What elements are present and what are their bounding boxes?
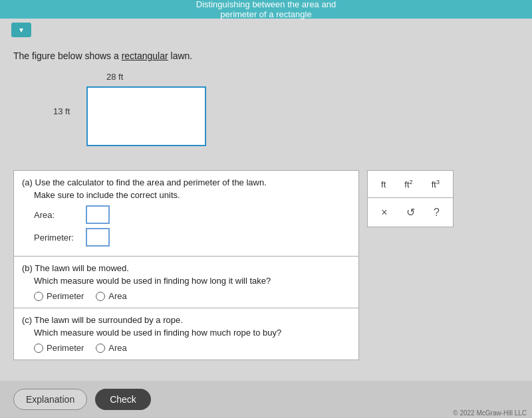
question-c-sub: Which measure would be used in finding h… (34, 328, 350, 338)
questions-panel: (a) Use the calculator to find the area … (13, 170, 519, 360)
c-area-label: Area (108, 343, 126, 353)
intro-text: The figure below shows a (13, 51, 122, 61)
problem-statement: The figure below shows a rectangular law… (13, 51, 519, 61)
units-top-row: ft ft2 ft3 (368, 171, 453, 198)
units-bottom-row: × ↺ ? (368, 198, 453, 227)
ft-button[interactable]: ft (378, 178, 388, 191)
area-input[interactable] (86, 205, 110, 224)
c-perimeter-radio[interactable] (34, 344, 43, 353)
b-area-label: Area (108, 291, 126, 301)
perimeter-label: Perimeter: (34, 233, 80, 243)
bottom-bar: Explanation Check (0, 381, 532, 418)
area-input-row: Area: (34, 205, 350, 224)
question-b-title: (b) The lawn will be mowed. (22, 263, 350, 273)
ft2-label: ft2 (404, 179, 412, 189)
check-button[interactable]: Check (95, 389, 151, 410)
question-a-sub: Make sure to include the correct units. (34, 190, 350, 200)
chevron-down-button[interactable]: ▾ (11, 23, 31, 37)
diagram: 28 ft 13 ft (53, 72, 253, 158)
c-area-radio[interactable] (96, 344, 105, 353)
c-perimeter-label: Perimeter (47, 343, 84, 353)
explanation-button[interactable]: Explanation (13, 389, 87, 410)
area-label: Area: (34, 210, 80, 220)
undo-button[interactable]: ↺ (402, 205, 419, 220)
copyright-text: © 2022 McGraw-Hill LLC (453, 409, 527, 417)
perimeter-input-row: Perimeter: (34, 228, 350, 247)
keyword-text: rectangular (122, 51, 168, 61)
b-area-option[interactable]: Area (96, 291, 126, 301)
question-c-options: Perimeter Area (34, 343, 350, 353)
b-perimeter-radio[interactable] (34, 292, 43, 301)
intro-end-text: lawn. (168, 51, 193, 61)
questions-box: (a) Use the calculator to find the area … (13, 170, 359, 360)
units-panel: ft ft2 ft3 × ↺ ? (367, 170, 454, 227)
ft3-button[interactable]: ft3 (429, 177, 442, 191)
height-label: 13 ft (53, 106, 70, 116)
question-c-title: (c) The lawn will be surrounded by a rop… (22, 315, 350, 325)
perimeter-input[interactable] (86, 228, 110, 247)
b-area-radio[interactable] (96, 292, 105, 301)
b-perimeter-option[interactable]: Perimeter (34, 291, 84, 301)
question-c-section: (c) The lawn will be surrounded by a rop… (14, 308, 358, 360)
chevron-down-icon: ▾ (19, 25, 23, 35)
width-label: 28 ft (106, 72, 123, 82)
main-content: The figure below shows a rectangular law… (0, 41, 532, 369)
page-title: Distinguishing between the area and peri… (180, 0, 352, 19)
c-area-option[interactable]: Area (96, 343, 126, 353)
question-b-options: Perimeter Area (34, 291, 350, 301)
rectangle-shape (86, 86, 206, 146)
question-b-sub: Which measure would be used in finding h… (34, 276, 350, 286)
ft2-button[interactable]: ft2 (402, 177, 415, 191)
question-b-section: (b) The lawn will be mowed. Which measur… (14, 257, 358, 308)
times-button[interactable]: × (377, 205, 391, 220)
top-bar: Distinguishing between the area and peri… (0, 0, 532, 19)
b-perimeter-label: Perimeter (47, 291, 84, 301)
question-a-title: (a) Use the calculator to find the area … (22, 177, 350, 187)
question-a-section: (a) Use the calculator to find the area … (14, 171, 358, 257)
ft3-label: ft3 (432, 179, 440, 189)
help-button[interactable]: ? (430, 205, 444, 220)
c-perimeter-option[interactable]: Perimeter (34, 343, 84, 353)
